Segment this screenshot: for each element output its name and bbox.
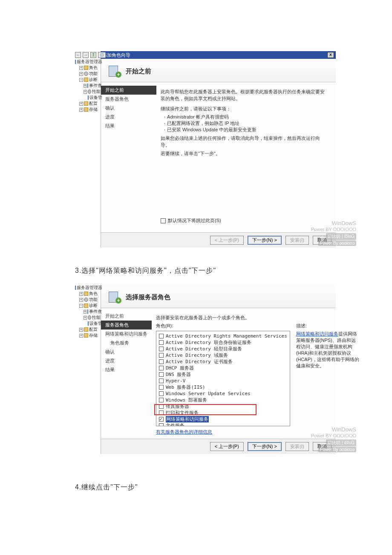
checkbox-icon[interactable] — [159, 340, 164, 345]
role-label: Web 服务器(IIS) — [166, 384, 205, 390]
role-item[interactable]: Web 服务器(IIS) — [159, 384, 287, 390]
description-link[interactable]: 网络策略和访问服务 — [296, 331, 338, 336]
sidenav-item-nps[interactable]: 网络策略和访问服务 — [101, 330, 152, 338]
checkbox-icon[interactable] — [159, 353, 164, 358]
gear-icon — [84, 72, 88, 76]
role-label: DNS 服务器 — [166, 371, 191, 378]
cancel-button[interactable]: 取消 — [313, 236, 331, 245]
checkbox-icon[interactable] — [159, 359, 164, 364]
expander-icon[interactable]: + — [79, 108, 83, 112]
role-item[interactable]: DNS 服务器 — [159, 371, 287, 378]
folder-icon — [84, 333, 88, 338]
prev-button[interactable]: < 上一步(P) — [210, 442, 244, 451]
tree-item[interactable]: 配置 — [89, 327, 98, 332]
tree-item[interactable]: 功能 — [89, 297, 98, 303]
expander-icon[interactable]: + — [79, 334, 83, 338]
refresh-icon[interactable]: ⊡ — [98, 52, 106, 58]
cancel-button[interactable]: 取消 — [313, 442, 331, 451]
checkbox-icon[interactable] — [159, 391, 164, 396]
expander-icon[interactable]: + — [84, 310, 86, 314]
tree-item[interactable]: 诊断 — [89, 77, 98, 83]
expander-icon[interactable]: + — [79, 66, 83, 70]
leaf-icon — [88, 321, 89, 326]
verify-text: 继续操作之前，请验证以下事项： — [161, 105, 329, 112]
checkbox-icon[interactable] — [159, 334, 164, 338]
sidenav-item-progress[interactable]: 进度 — [101, 356, 152, 365]
role-item[interactable]: Active Directory 域服务 — [159, 352, 287, 358]
role-item[interactable]: Active Directory 证书服务 — [159, 358, 287, 365]
role-item[interactable]: 网络策略和访问服务 — [159, 416, 287, 422]
tree-root[interactable]: 服务器管理器 — [77, 59, 102, 65]
tree-item[interactable]: 设备管 — [89, 95, 102, 101]
tree-item[interactable]: 角色 — [89, 65, 98, 71]
sidenav-item-result[interactable]: 结果 — [101, 121, 156, 130]
sidenav-item-progress[interactable]: 进度 — [101, 113, 156, 121]
up-icon[interactable]: ↥ — [90, 52, 96, 58]
back-icon[interactable]: ← — [75, 52, 81, 58]
role-item[interactable]: Windows 部署服务 — [159, 397, 287, 403]
wizard-logo-icon: + — [109, 65, 121, 78]
role-label: Active Directory 证书服务 — [166, 358, 233, 365]
tree-item[interactable]: 事件查 — [89, 309, 102, 315]
checkbox-icon[interactable] — [159, 379, 164, 383]
sidenav-item-result[interactable]: 结果 — [101, 365, 152, 374]
role-item[interactable]: 打印和文件服务 — [159, 410, 287, 416]
forward-icon[interactable]: → — [83, 52, 89, 58]
expander-icon[interactable]: + — [79, 328, 83, 332]
checkbox-icon[interactable] — [159, 410, 164, 415]
skip-checkbox[interactable]: 默认情况下将跳过此页(S) — [161, 217, 221, 224]
wizard-content: 此向导帮助您在此服务器上安装角色。根据要求此服务器执行的任务来确定要安装的角色，… — [156, 82, 336, 232]
checkbox-icon[interactable] — [159, 398, 164, 402]
next-button[interactable]: 下一步(N) > — [248, 442, 282, 451]
checkbox-icon[interactable] — [159, 404, 164, 409]
expander-icon[interactable]: − — [79, 78, 83, 82]
role-label: Active Directory 轻型目录服务 — [166, 346, 242, 352]
tree-item[interactable]: 存储 — [89, 107, 98, 113]
tree-item[interactable]: 角色 — [89, 291, 98, 297]
roles-more-link[interactable]: 有关服务器角色的详细信息 — [156, 429, 212, 435]
tree-item[interactable]: 配置 — [89, 101, 98, 107]
tree-item[interactable]: 性能 — [92, 89, 101, 95]
close-icon[interactable]: × — [327, 52, 334, 58]
sidenav-item-confirm[interactable]: 确认 — [101, 104, 156, 113]
tree-item[interactable]: 性能 — [92, 315, 101, 321]
expander-icon[interactable]: + — [79, 102, 83, 106]
expander-icon[interactable]: + — [84, 316, 87, 320]
role-item[interactable]: Active Directory 联合身份验证服务 — [159, 339, 287, 346]
sidenav-item-roles[interactable]: 服务器角色 — [101, 321, 152, 330]
sidenav-item-begin[interactable]: 开始之前 — [101, 312, 152, 321]
expander-icon[interactable]: + — [79, 72, 83, 76]
expander-icon[interactable]: − — [79, 304, 83, 308]
tree-root[interactable]: 服务器管理器 — [77, 285, 102, 291]
expander-icon[interactable]: + — [84, 90, 87, 94]
sidenav-item-confirm[interactable]: 确认 — [101, 347, 152, 356]
role-item[interactable]: Hyper-V — [159, 378, 287, 384]
roles-listbox[interactable]: Active Directory Rights Management Servi… — [156, 331, 290, 426]
checkbox-icon[interactable] — [159, 347, 164, 351]
tree-item[interactable]: 功能 — [89, 71, 98, 77]
checkbox-icon[interactable] — [159, 417, 164, 422]
expander-icon[interactable]: + — [79, 292, 83, 296]
role-item[interactable]: DHCP 服务器 — [159, 365, 287, 371]
tree-item[interactable]: 存储 — [89, 332, 98, 338]
role-item[interactable]: Active Directory Rights Management Servi… — [159, 333, 287, 339]
checkbox-icon[interactable] — [159, 372, 164, 377]
next-button[interactable]: 下一步(N) > — [248, 236, 282, 245]
tree-item[interactable]: 诊断 — [89, 303, 98, 309]
roles-label: 角色(R): — [156, 323, 290, 329]
role-item[interactable]: 传真服务器 — [159, 403, 287, 410]
role-item[interactable]: 文件服务 — [159, 422, 287, 426]
sidenav-item-roleservices[interactable]: 角色服务 — [101, 338, 152, 347]
checkbox-icon[interactable] — [159, 423, 164, 426]
tree-item[interactable]: 事件查 — [89, 83, 102, 89]
checkbox-icon[interactable] — [159, 366, 164, 370]
role-item[interactable]: Active Directory 轻型目录服务 — [159, 346, 287, 352]
expander-icon[interactable]: + — [84, 84, 86, 88]
role-item[interactable]: Windows Server Update Services — [159, 390, 287, 397]
expander-icon[interactable]: + — [79, 298, 83, 302]
sidenav-item-roles[interactable]: 服务器角色 — [101, 95, 156, 104]
checkbox-icon[interactable] — [159, 385, 164, 390]
sidenav-item-begin[interactable]: 开始之前 — [101, 86, 156, 95]
checkbox-icon[interactable] — [161, 218, 166, 223]
tree-item[interactable]: 设备管 — [89, 321, 102, 327]
